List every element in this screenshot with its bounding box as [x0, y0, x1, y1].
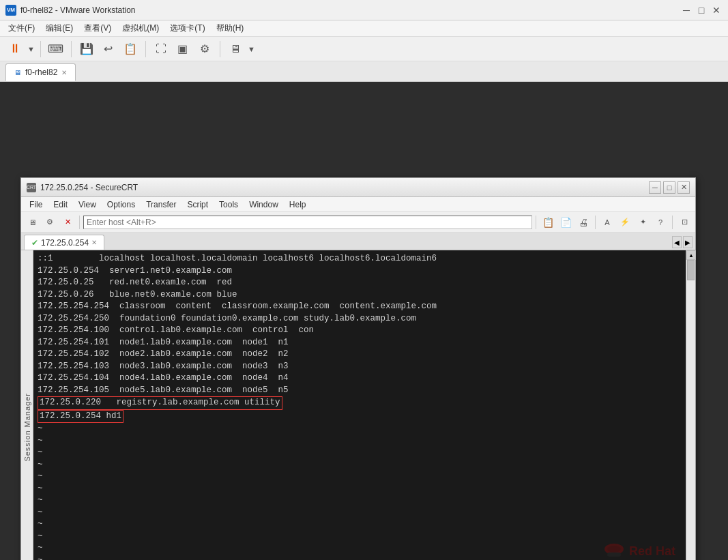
securecrt-minimize-button[interactable]: ─: [649, 181, 661, 194]
vmware-maximize-button[interactable]: □: [695, 4, 708, 16]
scrt-tab-session[interactable]: ✔ 172.25.0.254 ✕: [24, 235, 104, 250]
vmware-menu-tabs[interactable]: 选项卡(T): [164, 21, 210, 35]
scrt-copy-button[interactable]: 📋: [540, 214, 556, 231]
tab-navigation: ◀ ▶: [672, 236, 693, 248]
terminal-scrollbar[interactable]: ▲ ▼: [686, 250, 695, 560]
scrt-toolbar-btn-close[interactable]: ✕: [59, 214, 76, 231]
scrollbar-thumb[interactable]: [687, 260, 695, 280]
vmware-fullscreen-button[interactable]: ⛶: [151, 40, 171, 59]
securecrt-titlebar: CRT 172.25.0.254 - SecureCRT ─ □ ✕: [21, 178, 695, 197]
redhat-watermark: Red Hat Enterprise Linux: [603, 542, 675, 561]
vmware-tab-f0rhel82[interactable]: 🖥 f0-rhel82 ✕: [5, 63, 76, 81]
securecrt-icon: CRT: [27, 183, 36, 192]
scrt-btn-b[interactable]: ⚡: [617, 214, 633, 231]
scrt-menu-script[interactable]: Script: [181, 198, 214, 211]
scrt-menu-view[interactable]: View: [73, 198, 102, 211]
session-manager-sidebar[interactable]: Session Manager: [21, 250, 33, 560]
vmware-restore-button[interactable]: ↩: [99, 40, 118, 59]
vmware-pause-button[interactable]: ⏸: [5, 40, 25, 59]
terminal-line: 172.25.254.100 control.lab0.example.com …: [38, 325, 682, 337]
securecrt-window: CRT 172.25.0.254 - SecureCRT ─ □ ✕ File …: [20, 177, 696, 560]
scrt-tab-close-icon[interactable]: ✕: [91, 239, 97, 246]
vmware-tabbar: 🖥 f0-rhel82 ✕: [0, 61, 728, 82]
scrt-menu-tools[interactable]: Tools: [214, 198, 244, 211]
terminal-line: 172.25.254.250 foundation0 foundation0.e…: [38, 313, 682, 325]
scrt-menu-help[interactable]: Help: [284, 198, 312, 211]
tab-next-arrow[interactable]: ▶: [683, 236, 693, 248]
vmware-menu-view[interactable]: 查看(V): [78, 21, 117, 35]
session-manager-label: Session Manager: [23, 393, 31, 462]
scrt-print-button[interactable]: 🖨: [575, 214, 592, 231]
toolbar-separator-4: [220, 41, 220, 57]
terminal-line: ~: [38, 555, 682, 561]
vmware-window-controls: ─ □ ✕: [680, 4, 723, 16]
scrt-menu-file[interactable]: File: [24, 198, 48, 211]
vmware-icon: VM: [5, 5, 16, 16]
terminal-line: 172.25.254.102 node2.lab0.example.com no…: [38, 349, 682, 361]
securecrt-toolbar: 🖥 ⚙ ✕ 📋 📄 🖨 A ⚡ ✦ ? ⊡: [21, 212, 695, 233]
highlighted-line: 172.25.0.220 registry.lab.example.com ut…: [38, 396, 282, 410]
terminal-line: ~: [38, 471, 682, 483]
terminal-line: ~: [38, 423, 682, 435]
toolbar-separator-1: [40, 41, 41, 57]
vmware-close-button[interactable]: ✕: [710, 4, 723, 16]
vmware-menu-edit[interactable]: 编辑(E): [40, 21, 78, 35]
terminal-line: 172.25.0.220 registry.lab.example.com ut…: [38, 396, 682, 410]
vmware-snapshot-manager-button[interactable]: 📋: [121, 40, 140, 59]
vmware-menu-file[interactable]: 文件(F): [3, 21, 40, 35]
terminal-line: ~: [38, 507, 682, 519]
terminal-line: 172.25.0.254 hd1: [38, 410, 682, 424]
terminal-line: 172.25.254.105 node5.lab0.example.com no…: [38, 385, 682, 397]
vmware-minimize-button[interactable]: ─: [680, 4, 693, 16]
securecrt-title: 172.25.0.254 - SecureCRT: [40, 183, 647, 192]
vmware-menu-vm[interactable]: 虚拟机(M): [117, 21, 164, 35]
vmware-toolbar: ⏸ ▼ ⌨ 💾 ↩ 📋 ⛶ ▣ ⚙ 🖥 ▼: [0, 37, 728, 61]
scrt-btn-c[interactable]: ✦: [635, 214, 651, 231]
vmware-view-button[interactable]: 🖥: [226, 40, 245, 59]
vmware-send-ctrlaltdel-button[interactable]: ⌨: [46, 40, 65, 59]
scrollbar-track[interactable]: [686, 260, 695, 560]
scrt-menu-window[interactable]: Window: [244, 198, 284, 211]
main-content-area: CRT 172.25.0.254 - SecureCRT ─ □ ✕ File …: [0, 82, 728, 560]
scrt-menu-options[interactable]: Options: [102, 198, 141, 211]
securecrt-menu: File Edit View Options Transfer Script T…: [21, 197, 695, 212]
scrt-menu-edit[interactable]: Edit: [48, 198, 73, 211]
scrt-menu-transfer[interactable]: Transfer: [141, 198, 181, 211]
scroll-up-button[interactable]: ▲: [686, 250, 696, 260]
terminal-line: 172.25.254.101 node1.lab0.example.com no…: [38, 337, 682, 349]
vmware-snapshot-button[interactable]: 💾: [77, 40, 96, 59]
terminal-line: ~: [38, 447, 682, 459]
vmware-tab-close-icon[interactable]: ✕: [61, 69, 67, 76]
vmware-menu-help[interactable]: 帮助(H): [211, 21, 250, 35]
terminal-line: 172.25.254.254 classroom content classro…: [38, 301, 682, 313]
scrt-toolbar-btn-1[interactable]: 🖥: [24, 214, 40, 231]
scrt-btn-help[interactable]: ?: [652, 214, 669, 231]
terminal-line: ::1 localhost localhost.localdomain loca…: [38, 253, 682, 265]
tab-vm-icon: 🖥: [14, 69, 21, 76]
securecrt-close-button[interactable]: ✕: [678, 181, 690, 194]
terminal-line: 172.25.254.103 node3.lab0.example.com no…: [38, 361, 682, 373]
terminal-line: 172.25.0.26 blue.net0.examle.com blue: [38, 289, 682, 301]
terminal-line: ~: [38, 531, 682, 543]
toolbar-separator-3: [145, 41, 146, 57]
terminal-container: Session Manager ::1 localhost localhost.…: [21, 250, 695, 560]
scrt-paste-button[interactable]: 📄: [557, 214, 574, 231]
vmware-title: f0-rhel82 - VMware Workstation: [20, 5, 680, 15]
tab-prev-arrow[interactable]: ◀: [672, 236, 682, 248]
vmware-titlebar: VM f0-rhel82 - VMware Workstation ─ □ ✕: [0, 0, 728, 20]
scrt-btn-a[interactable]: A: [599, 214, 615, 231]
scrt-btn-end[interactable]: ⊡: [676, 214, 693, 231]
terminal-line: ~: [38, 495, 682, 507]
vmware-settings-button[interactable]: ⚙: [195, 40, 214, 59]
scrt-tab-label: 172.25.0.254: [41, 238, 89, 248]
vmware-unity-button[interactable]: ▣: [173, 40, 192, 59]
svg-point-1: [607, 546, 621, 552]
scrt-toolbar-btn-2[interactable]: ⚙: [42, 214, 58, 231]
terminal-line: ~: [38, 483, 682, 495]
highlighted-line: 172.25.0.254 hd1: [38, 410, 123, 424]
terminal-area[interactable]: ::1 localhost localhost.localdomain loca…: [33, 250, 686, 560]
securecrt-maximize-button[interactable]: □: [663, 181, 675, 194]
scrt-host-input[interactable]: [83, 216, 532, 229]
terminal-line: 172.25.0.254 server1.net0.example.com: [38, 265, 682, 278]
toolbar-separator-2: [71, 41, 72, 57]
